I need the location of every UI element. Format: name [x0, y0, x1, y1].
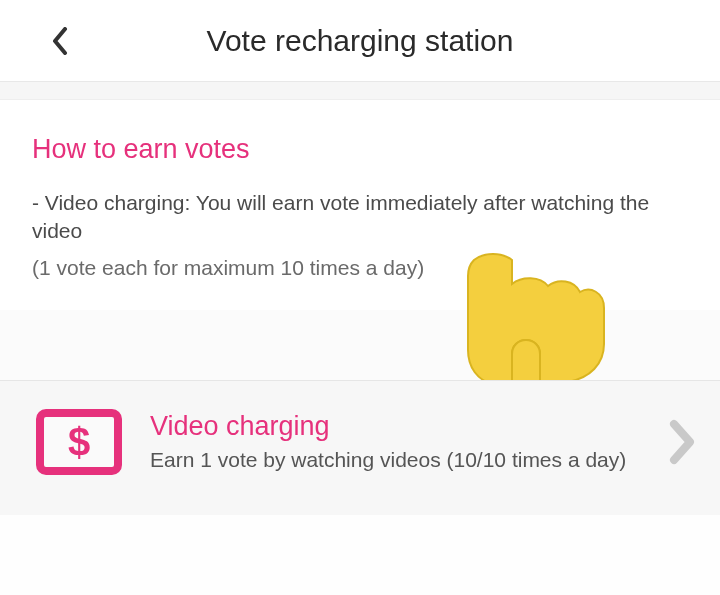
action-subtitle: Earn 1 vote by watching videos (10/10 ti…	[150, 446, 658, 473]
info-section: How to earn votes - Video charging: You …	[0, 100, 720, 310]
page-title: Vote recharging station	[20, 24, 700, 58]
info-heading: How to earn votes	[32, 134, 688, 165]
section-divider	[0, 82, 720, 100]
svg-text:$: $	[68, 420, 90, 464]
header-bar: Vote recharging station	[0, 0, 720, 82]
dollar-ticket-icon: $	[36, 409, 122, 475]
gap-area	[0, 310, 720, 380]
action-text-block: Video charging Earn 1 vote by watching v…	[150, 411, 658, 473]
action-title: Video charging	[150, 411, 658, 442]
video-charging-row[interactable]: $ Video charging Earn 1 vote by watching…	[0, 380, 720, 515]
chevron-right-icon	[668, 418, 698, 466]
info-description-line2: (1 vote each for maximum 10 times a day)	[32, 254, 688, 282]
info-description-line1: - Video charging: You will earn vote imm…	[32, 189, 688, 246]
